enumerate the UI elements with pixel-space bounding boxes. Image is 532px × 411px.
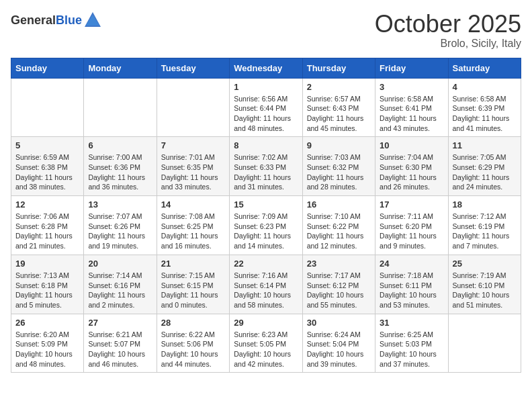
- day-number: 28: [161, 318, 225, 328]
- title-block: October 2025 Brolo, Sicily, Italy: [375, 11, 521, 50]
- day-info: Sunrise: 7:14 AM Sunset: 6:16 PM Dayligh…: [88, 271, 152, 310]
- calendar-day-cell: 20Sunrise: 7:14 AM Sunset: 6:16 PM Dayli…: [84, 255, 157, 314]
- day-of-week-header: Tuesday: [157, 58, 229, 78]
- days-header-row: SundayMondayTuesdayWednesdayThursdayFrid…: [11, 58, 521, 78]
- day-of-week-header: Thursday: [302, 58, 375, 78]
- day-number: 30: [307, 318, 371, 328]
- calendar-day-cell: 6Sunrise: 7:00 AM Sunset: 6:36 PM Daylig…: [84, 137, 157, 196]
- day-number: 19: [15, 259, 79, 269]
- day-info: Sunrise: 6:58 AM Sunset: 6:41 PM Dayligh…: [380, 94, 443, 134]
- day-info: Sunrise: 7:05 AM Sunset: 6:29 PM Dayligh…: [453, 152, 517, 192]
- day-number: 18: [453, 199, 517, 210]
- logo-general: General: [11, 13, 56, 27]
- day-info: Sunrise: 7:15 AM Sunset: 6:15 PM Dayligh…: [161, 271, 225, 310]
- calendar-day-cell: 14Sunrise: 7:08 AM Sunset: 6:25 PM Dayli…: [157, 196, 229, 255]
- calendar-day-cell: 4Sunrise: 6:58 AM Sunset: 6:39 PM Daylig…: [448, 78, 521, 137]
- page-header: GeneralBlue October 2025 Brolo, Sicily, …: [11, 11, 521, 50]
- day-number: 8: [234, 140, 298, 150]
- day-of-week-header: Monday: [84, 58, 157, 78]
- day-info: Sunrise: 6:21 AM Sunset: 5:07 PM Dayligh…: [88, 330, 152, 369]
- day-number: 5: [15, 140, 79, 150]
- calendar-day-cell: 9Sunrise: 7:03 AM Sunset: 6:32 PM Daylig…: [302, 137, 375, 196]
- calendar-day-cell: 31Sunrise: 6:25 AM Sunset: 5:03 PM Dayli…: [375, 314, 448, 373]
- calendar-day-cell: [84, 78, 157, 137]
- day-number: 14: [161, 199, 225, 210]
- day-info: Sunrise: 7:04 AM Sunset: 6:30 PM Dayligh…: [380, 152, 443, 192]
- calendar-day-cell: 3Sunrise: 6:58 AM Sunset: 6:41 PM Daylig…: [375, 78, 448, 137]
- day-number: 7: [161, 140, 225, 150]
- day-number: 4: [453, 82, 517, 92]
- day-number: 25: [453, 259, 517, 269]
- calendar-week-row: 5Sunrise: 6:59 AM Sunset: 6:38 PM Daylig…: [11, 137, 521, 196]
- day-info: Sunrise: 7:12 AM Sunset: 6:19 PM Dayligh…: [453, 212, 517, 251]
- calendar-week-row: 26Sunrise: 6:20 AM Sunset: 5:09 PM Dayli…: [11, 314, 521, 373]
- calendar-day-cell: 28Sunrise: 6:22 AM Sunset: 5:06 PM Dayli…: [157, 314, 229, 373]
- day-number: 2: [307, 82, 371, 92]
- day-number: 12: [15, 199, 79, 210]
- calendar-day-cell: 11Sunrise: 7:05 AM Sunset: 6:29 PM Dayli…: [448, 137, 521, 196]
- calendar-day-cell: 21Sunrise: 7:15 AM Sunset: 6:15 PM Dayli…: [157, 255, 229, 314]
- day-number: 20: [88, 259, 152, 269]
- day-number: 10: [380, 140, 443, 150]
- day-info: Sunrise: 7:01 AM Sunset: 6:35 PM Dayligh…: [161, 152, 225, 192]
- day-info: Sunrise: 7:18 AM Sunset: 6:11 PM Dayligh…: [380, 271, 443, 310]
- location: Brolo, Sicily, Italy: [375, 38, 521, 50]
- month-title: October 2025: [375, 11, 521, 38]
- day-info: Sunrise: 7:13 AM Sunset: 6:18 PM Dayligh…: [15, 271, 79, 310]
- day-number: 16: [307, 199, 371, 210]
- calendar-week-row: 1Sunrise: 6:56 AM Sunset: 6:44 PM Daylig…: [11, 78, 521, 137]
- day-info: Sunrise: 7:16 AM Sunset: 6:14 PM Dayligh…: [234, 271, 298, 310]
- logo-blue: Blue: [56, 13, 82, 27]
- day-number: 21: [161, 259, 225, 269]
- day-number: 6: [88, 140, 152, 150]
- day-number: 22: [234, 259, 298, 269]
- calendar-day-cell: 26Sunrise: 6:20 AM Sunset: 5:09 PM Dayli…: [11, 314, 84, 373]
- calendar-day-cell: [11, 78, 84, 137]
- day-number: 3: [380, 82, 443, 92]
- day-info: Sunrise: 6:24 AM Sunset: 5:04 PM Dayligh…: [307, 330, 371, 369]
- calendar-day-cell: 23Sunrise: 7:17 AM Sunset: 6:12 PM Dayli…: [302, 255, 375, 314]
- day-info: Sunrise: 7:02 AM Sunset: 6:33 PM Dayligh…: [234, 152, 298, 192]
- calendar-day-cell: 29Sunrise: 6:23 AM Sunset: 5:05 PM Dayli…: [230, 314, 302, 373]
- calendar-day-cell: 30Sunrise: 6:24 AM Sunset: 5:04 PM Dayli…: [302, 314, 375, 373]
- calendar-week-row: 12Sunrise: 7:06 AM Sunset: 6:28 PM Dayli…: [11, 196, 521, 255]
- day-number: 17: [380, 199, 443, 210]
- calendar-day-cell: 19Sunrise: 7:13 AM Sunset: 6:18 PM Dayli…: [11, 255, 84, 314]
- day-info: Sunrise: 7:03 AM Sunset: 6:32 PM Dayligh…: [307, 152, 371, 192]
- day-of-week-header: Saturday: [448, 58, 521, 78]
- logo-icon: [83, 11, 102, 30]
- calendar-day-cell: 1Sunrise: 6:56 AM Sunset: 6:44 PM Daylig…: [230, 78, 302, 137]
- calendar-day-cell: 7Sunrise: 7:01 AM Sunset: 6:35 PM Daylig…: [157, 137, 229, 196]
- day-info: Sunrise: 6:59 AM Sunset: 6:38 PM Dayligh…: [15, 152, 79, 192]
- day-info: Sunrise: 7:09 AM Sunset: 6:23 PM Dayligh…: [234, 212, 298, 251]
- day-number: 29: [234, 318, 298, 328]
- day-info: Sunrise: 7:08 AM Sunset: 6:25 PM Dayligh…: [161, 212, 225, 251]
- day-number: 1: [234, 82, 298, 92]
- calendar-day-cell: 5Sunrise: 6:59 AM Sunset: 6:38 PM Daylig…: [11, 137, 84, 196]
- calendar-day-cell: 27Sunrise: 6:21 AM Sunset: 5:07 PM Dayli…: [84, 314, 157, 373]
- calendar-day-cell: 2Sunrise: 6:57 AM Sunset: 6:43 PM Daylig…: [302, 78, 375, 137]
- calendar-day-cell: 24Sunrise: 7:18 AM Sunset: 6:11 PM Dayli…: [375, 255, 448, 314]
- day-info: Sunrise: 7:17 AM Sunset: 6:12 PM Dayligh…: [307, 271, 371, 310]
- day-info: Sunrise: 6:22 AM Sunset: 5:06 PM Dayligh…: [161, 330, 225, 369]
- day-info: Sunrise: 7:19 AM Sunset: 6:10 PM Dayligh…: [453, 271, 517, 310]
- day-number: 31: [380, 318, 443, 328]
- day-of-week-header: Friday: [375, 58, 448, 78]
- day-of-week-header: Wednesday: [230, 58, 302, 78]
- calendar-day-cell: 16Sunrise: 7:10 AM Sunset: 6:22 PM Dayli…: [302, 196, 375, 255]
- calendar-day-cell: 10Sunrise: 7:04 AM Sunset: 6:30 PM Dayli…: [375, 137, 448, 196]
- day-info: Sunrise: 6:57 AM Sunset: 6:43 PM Dayligh…: [307, 94, 371, 134]
- day-info: Sunrise: 7:10 AM Sunset: 6:22 PM Dayligh…: [307, 212, 371, 251]
- day-number: 26: [15, 318, 79, 328]
- calendar-day-cell: 18Sunrise: 7:12 AM Sunset: 6:19 PM Dayli…: [448, 196, 521, 255]
- day-number: 13: [88, 199, 152, 210]
- day-number: 24: [380, 259, 443, 269]
- day-info: Sunrise: 6:20 AM Sunset: 5:09 PM Dayligh…: [15, 330, 79, 369]
- day-info: Sunrise: 6:58 AM Sunset: 6:39 PM Dayligh…: [453, 94, 517, 134]
- day-number: 27: [88, 318, 152, 328]
- calendar-day-cell: 25Sunrise: 7:19 AM Sunset: 6:10 PM Dayli…: [448, 255, 521, 314]
- calendar-day-cell: [157, 78, 229, 137]
- logo: GeneralBlue: [11, 11, 102, 30]
- day-info: Sunrise: 6:23 AM Sunset: 5:05 PM Dayligh…: [234, 330, 298, 369]
- calendar-table: SundayMondayTuesdayWednesdayThursdayFrid…: [11, 58, 521, 373]
